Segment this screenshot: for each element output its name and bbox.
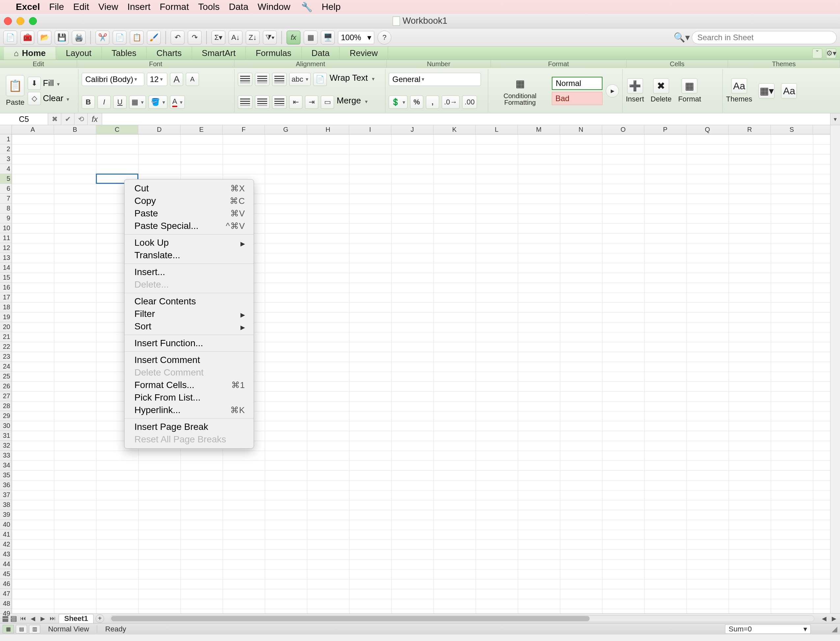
- new-button[interactable]: 📄: [3, 31, 17, 45]
- align-top-button[interactable]: [238, 73, 252, 86]
- open-button[interactable]: 📂: [37, 31, 51, 45]
- row-header-32[interactable]: 32: [0, 441, 11, 451]
- open-toolbox-button[interactable]: 🧰: [21, 31, 34, 45]
- row-header-15[interactable]: 15: [0, 273, 11, 283]
- menu-file[interactable]: File: [49, 2, 64, 12]
- status-sum[interactable]: Sum=0▾: [725, 625, 811, 634]
- underline-button[interactable]: U: [113, 95, 127, 109]
- col-header-E[interactable]: E: [180, 125, 223, 134]
- format-cells-button[interactable]: ▦Format: [678, 78, 701, 103]
- scroll-left[interactable]: ◀: [820, 615, 828, 623]
- row-header-21[interactable]: 21: [0, 332, 11, 342]
- col-header-H[interactable]: H: [307, 125, 349, 134]
- cancel-formula-button[interactable]: ✖: [48, 113, 61, 125]
- ctx-look-up[interactable]: Look Up: [124, 237, 254, 249]
- row-header-27[interactable]: 27: [0, 391, 11, 401]
- col-header-P[interactable]: P: [644, 125, 687, 134]
- row-header-47[interactable]: 47: [0, 589, 11, 599]
- row-header-41[interactable]: 41: [0, 530, 11, 540]
- merge-button[interactable]: ▭: [321, 95, 334, 109]
- col-header-M[interactable]: M: [518, 125, 560, 134]
- col-header-O[interactable]: O: [602, 125, 644, 134]
- redo-button[interactable]: ↷: [188, 31, 201, 45]
- ctx-insert-function[interactable]: Insert Function...: [124, 337, 254, 349]
- sheet-tab[interactable]: Sheet1: [59, 614, 93, 623]
- normal-view-icon[interactable]: ▦: [3, 625, 14, 633]
- menu-insert[interactable]: Insert: [127, 2, 151, 12]
- align-center-button[interactable]: [255, 95, 269, 109]
- increase-decimal-button[interactable]: .0→: [442, 95, 460, 109]
- row-header-22[interactable]: 22: [0, 342, 11, 352]
- script-icon[interactable]: 🔧: [301, 2, 312, 13]
- search-input[interactable]: Search in Sheet: [692, 31, 837, 44]
- row-header-39[interactable]: 39: [0, 510, 11, 520]
- copy-button[interactable]: 📄: [113, 31, 127, 45]
- ctx-copy[interactable]: Copy⌘C: [124, 195, 254, 207]
- row-header-11[interactable]: 11: [0, 233, 11, 243]
- row-header-4[interactable]: 4: [0, 164, 11, 174]
- ctx-clear-contents[interactable]: Clear Contents: [124, 295, 254, 308]
- search-icon[interactable]: 🔍▾: [674, 32, 690, 43]
- show-formulas-button[interactable]: ▦: [304, 31, 317, 45]
- tab-charts[interactable]: Charts: [146, 47, 192, 60]
- row-header-44[interactable]: 44: [0, 559, 11, 569]
- tab-tables[interactable]: Tables: [102, 47, 146, 60]
- col-header-L[interactable]: L: [476, 125, 518, 134]
- menu-edit[interactable]: Edit: [73, 2, 89, 12]
- col-header-C[interactable]: C: [96, 125, 138, 134]
- row-header-49[interactable]: 49: [0, 609, 11, 618]
- row-header-2[interactable]: 2: [0, 144, 11, 154]
- sheet-nav-prev[interactable]: ◀: [29, 615, 37, 623]
- row-header-26[interactable]: 26: [0, 382, 11, 391]
- row-header-38[interactable]: 38: [0, 500, 11, 510]
- ctx-translate[interactable]: Translate...: [124, 249, 254, 261]
- row-header-18[interactable]: 18: [0, 303, 11, 312]
- col-header-Q[interactable]: Q: [687, 125, 729, 134]
- col-header-A[interactable]: A: [12, 125, 54, 134]
- theme-colors-button[interactable]: ▦▾: [759, 83, 774, 98]
- sheet-nav-first[interactable]: ⏮: [19, 615, 27, 623]
- currency-button[interactable]: 💲: [389, 95, 407, 109]
- page-break-view-icon[interactable]: ▥: [29, 625, 40, 633]
- row-header-1[interactable]: 1: [0, 134, 11, 144]
- number-format-select[interactable]: General: [389, 73, 481, 86]
- font-size-select[interactable]: 12: [147, 73, 167, 86]
- col-header-G[interactable]: G: [265, 125, 307, 134]
- wrap-text-button[interactable]: 📄: [313, 73, 327, 86]
- wrap-menu[interactable]: [370, 73, 375, 86]
- row-header-16[interactable]: 16: [0, 283, 11, 293]
- vertical-scrollbar[interactable]: [830, 125, 840, 613]
- row-header-35[interactable]: 35: [0, 470, 11, 480]
- horizontal-scrollbar[interactable]: [110, 615, 814, 622]
- italic-button[interactable]: I: [98, 95, 111, 109]
- menu-data[interactable]: Data: [229, 2, 248, 12]
- cut-button[interactable]: ✂️: [95, 31, 109, 45]
- align-bottom-button[interactable]: [272, 73, 286, 86]
- delete-cells-button[interactable]: ✖Delete: [650, 78, 672, 103]
- undo-button[interactable]: ↶: [171, 31, 185, 45]
- ctx-insert-page-break[interactable]: Insert Page Break: [124, 420, 254, 433]
- ctx-cut[interactable]: Cut⌘X: [124, 182, 254, 195]
- zoom-level[interactable]: 100%▾: [338, 31, 374, 44]
- indent-increase-button[interactable]: ⇥: [305, 95, 318, 109]
- row-header-7[interactable]: 7: [0, 194, 11, 204]
- styles-more-button[interactable]: ▸: [606, 84, 619, 98]
- align-left-button[interactable]: [238, 95, 252, 109]
- row-header-14[interactable]: 14: [0, 263, 11, 273]
- row-header-5[interactable]: 5: [0, 174, 11, 184]
- comma-button[interactable]: ,: [426, 95, 439, 109]
- row-header-40[interactable]: 40: [0, 520, 11, 530]
- ctx-paste-special[interactable]: Paste Special...^⌘V: [124, 220, 254, 232]
- col-header-J[interactable]: J: [391, 125, 433, 134]
- ctx-paste[interactable]: Paste⌘V: [124, 207, 254, 220]
- clear-menu[interactable]: [65, 93, 69, 103]
- tab-data[interactable]: Data: [302, 47, 340, 60]
- row-header-43[interactable]: 43: [0, 549, 11, 559]
- ctx-pick-from-list[interactable]: Pick From List...: [124, 391, 254, 404]
- accept-formula-button[interactable]: ✔: [61, 113, 74, 125]
- ribbon-options-icon[interactable]: ⚙▾: [826, 48, 836, 58]
- col-header-N[interactable]: N: [560, 125, 602, 134]
- row-header-24[interactable]: 24: [0, 362, 11, 372]
- ctx-format-cells[interactable]: Format Cells...⌘1: [124, 379, 254, 391]
- row-header-19[interactable]: 19: [0, 312, 11, 322]
